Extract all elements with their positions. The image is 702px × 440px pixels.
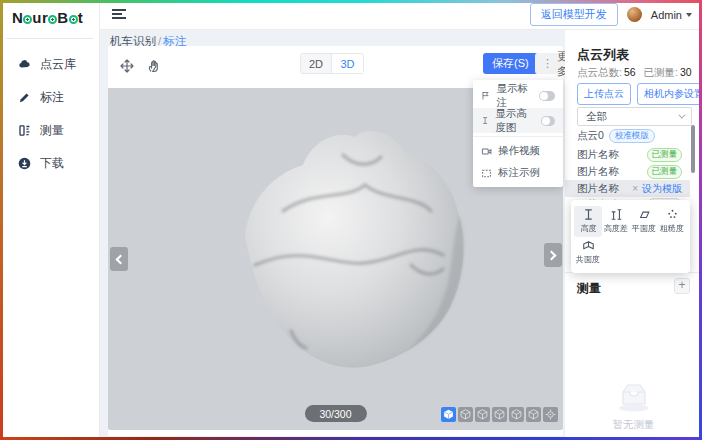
menu-item-tutorial-video[interactable]: 操作视频 (473, 140, 563, 162)
sidebar-item-annotate[interactable]: 标注 (0, 81, 99, 114)
sidebar-item-measure[interactable]: 测量 (0, 114, 99, 147)
filter-select[interactable]: 全部 (577, 107, 692, 126)
hand-tool-button[interactable] (145, 57, 163, 75)
gear-icon (69, 15, 78, 24)
view-front-button[interactable] (458, 407, 473, 422)
divider (6, 38, 93, 39)
gear-icon (48, 15, 57, 24)
template-badge: 校准模版 (609, 129, 655, 143)
measure-tools-popup: 高度 高度差 平面度 粗糙度 共面度 (571, 200, 690, 273)
panel-stats: 点云总数:56已测量:30 (577, 66, 700, 80)
user-menu[interactable]: Admin (651, 9, 692, 21)
vertical-ellipsis-icon: ⋮ (542, 57, 553, 70)
reset-view-button[interactable] (543, 407, 558, 422)
measured-badge: 已测量 (647, 165, 683, 179)
hand-icon (146, 58, 162, 74)
tool-coplanarity[interactable]: 共面度 (574, 237, 602, 268)
camera-params-button[interactable]: 相机内参设置 (637, 83, 702, 105)
pointcloud-item[interactable]: 点云0 校准模版 (577, 129, 655, 143)
close-icon[interactable]: × (632, 183, 638, 194)
image-name: 图片名称 (577, 182, 619, 196)
download-icon (18, 157, 31, 170)
view-iso-button[interactable] (441, 407, 456, 422)
divider (473, 136, 563, 137)
pen-icon (18, 91, 31, 104)
view-orientation-buttons (441, 407, 558, 422)
next-image-button[interactable] (544, 243, 562, 267)
view-3d-button[interactable]: 3D (332, 54, 363, 73)
pointcloud-panel: 点云列表 点云总数:56已测量:30 上传点云 相机内参设置 全部 点云0 校准… (565, 30, 702, 440)
logo-text: t (78, 9, 84, 26)
view-right-button[interactable] (509, 407, 524, 422)
list-scrollbar[interactable] (691, 125, 695, 173)
sidebar-item-label: 点云库 (40, 56, 76, 73)
menu-item-annotation-example[interactable]: 标注示例 (473, 162, 563, 184)
sidebar-item-label: 测量 (40, 122, 64, 139)
cube-icon (494, 409, 505, 420)
show-annotations-toggle[interactable] (539, 91, 555, 101)
crosshair-icon (545, 409, 556, 420)
tool-label: 粗糙度 (660, 223, 684, 234)
cube-icon (443, 409, 454, 420)
view-top-button[interactable] (526, 407, 541, 422)
cloud-icon (18, 58, 31, 71)
cube-icon (460, 409, 471, 420)
set-as-template-link[interactable]: 设为模版 (642, 182, 682, 196)
frame-border (0, 0, 702, 3)
save-button[interactable]: 保存(S) (483, 53, 538, 74)
flag-icon (481, 90, 490, 101)
height-tool-icon (582, 208, 595, 221)
measure-section-title: 测量 (577, 280, 601, 297)
cube-icon (528, 409, 539, 420)
move-icon (119, 58, 135, 74)
view-left-button[interactable] (492, 407, 507, 422)
empty-box-icon (611, 380, 657, 414)
sidebar-item-label: 下载 (40, 155, 64, 172)
top-header: 返回模型开发 Admin (100, 0, 702, 30)
tool-roughness[interactable]: 粗糙度 (658, 206, 686, 237)
left-sidebar: NurBt 点云库 标注 测量 下载 (0, 0, 100, 440)
measured-label: 已测量: (644, 66, 678, 78)
menu-item-show-heightmap[interactable]: 显示高度图 (473, 108, 563, 133)
tool-height-diff[interactable]: 高度差 (602, 206, 630, 237)
menu-item-show-annotations[interactable]: 显示标注 (473, 83, 563, 108)
sidebar-item-pointcloud-library[interactable]: 点云库 (0, 48, 99, 81)
back-to-model-dev-button[interactable]: 返回模型开发 (530, 3, 618, 26)
tool-flatness[interactable]: 平面度 (630, 206, 658, 237)
app-logo: NurBt (12, 9, 83, 26)
add-measurement-button[interactable]: + (674, 278, 690, 294)
height-icon (481, 115, 489, 126)
show-heightmap-toggle[interactable] (541, 116, 555, 126)
tool-label: 高度差 (604, 223, 628, 234)
cube-icon (511, 409, 522, 420)
prev-image-button[interactable] (110, 247, 128, 271)
gear-icon (23, 15, 32, 24)
chevron-down-icon (686, 13, 692, 17)
pagination-pill: 30/300 (304, 405, 366, 422)
menu-item-label: 操作视频 (498, 144, 540, 158)
height-diff-tool-icon (610, 208, 623, 221)
view-mode-switch: 2D 3D (300, 53, 364, 74)
avatar[interactable] (627, 7, 642, 22)
upload-pointcloud-button[interactable]: 上传点云 (577, 83, 631, 105)
canvas-toolbar-left (118, 57, 163, 75)
tool-height[interactable]: 高度 (574, 206, 602, 237)
video-icon (481, 146, 492, 157)
sidebar-item-download[interactable]: 下载 (0, 147, 99, 180)
move-tool-button[interactable] (118, 57, 136, 75)
menu-collapse-icon[interactable] (112, 9, 126, 20)
empty-state: 暂无测量 (565, 380, 702, 432)
view-back-button[interactable] (475, 407, 490, 422)
image-list-item[interactable]: 图片名称 已测量 (565, 163, 690, 180)
more-dropdown-menu: 显示标注 显示高度图 操作视频 标注示例 (473, 80, 563, 187)
sidebar-nav: 点云库 标注 测量 下载 (0, 48, 99, 180)
empty-state-text: 暂无测量 (613, 418, 655, 432)
image-list-item-selected[interactable]: 图片名称 × 设为模版 (565, 180, 690, 197)
logo-text: B (57, 9, 68, 26)
panel-title: 点云列表 (577, 46, 629, 64)
roughness-tool-icon (666, 208, 679, 221)
menu-item-label: 显示标注 (496, 82, 532, 110)
view-2d-button[interactable]: 2D (301, 54, 332, 73)
image-list-item[interactable]: 图片名称 已测量 (565, 146, 690, 163)
app-window: NurBt 点云库 标注 测量 下载 返回模型开发 (0, 0, 702, 440)
